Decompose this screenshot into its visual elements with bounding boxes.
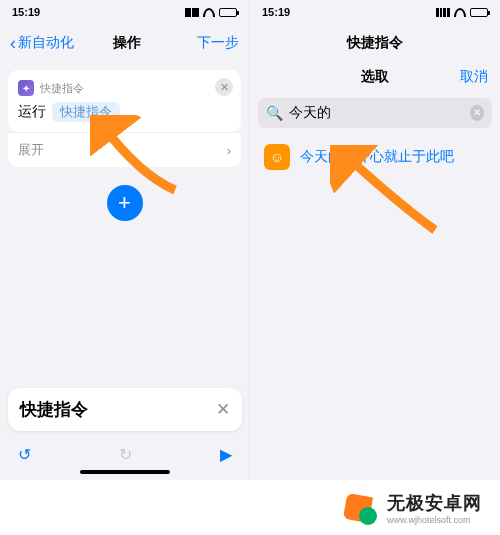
shortcut-result-icon: ☺ (264, 144, 290, 170)
nav-bar: 快捷指令 (250, 24, 500, 62)
clear-search-button[interactable]: ✕ (470, 105, 484, 121)
search-result-row[interactable]: ☺ 今天的不开心就止于此吧 (250, 134, 500, 180)
expand-label: 展开 (18, 141, 44, 159)
picker-header: 选取 取消 (250, 62, 500, 92)
home-indicator[interactable] (80, 470, 170, 474)
shortcut-param-pill[interactable]: 快捷指令 (52, 102, 120, 122)
undo-button[interactable]: ↺ (18, 445, 31, 464)
add-action-button[interactable]: + (107, 185, 143, 221)
play-button[interactable]: ▶ (220, 445, 232, 464)
card-run-label: 运行 (18, 103, 46, 121)
search-input[interactable] (289, 105, 464, 121)
phone-right: 15:19 快捷指令 选取 取消 🔍 ✕ ☺ 今天的不开心就止于此吧 (250, 0, 500, 480)
result-label: 今天的不开心就止于此吧 (300, 148, 454, 166)
status-time: 15:19 (262, 6, 290, 18)
nav-title: 快捷指令 (320, 34, 430, 52)
battery-icon (219, 8, 237, 17)
card-app-label: 快捷指令 (40, 81, 84, 96)
nav-bar: ‹ 新自动化 操作 下一步 (0, 24, 249, 62)
battery-icon (470, 8, 488, 17)
shortcut-name-label: 快捷指令 (20, 398, 88, 421)
signal-icon (185, 8, 199, 17)
watermark-url: www.wjhotelsoft.com (387, 515, 482, 525)
expand-row[interactable]: 展开 › (8, 132, 241, 167)
wifi-icon (454, 8, 466, 17)
watermark-name: 无极安卓网 (387, 491, 482, 515)
wifi-icon (203, 8, 215, 17)
nav-next-button[interactable]: 下一步 (179, 34, 239, 52)
chevron-left-icon: ‹ (10, 34, 16, 52)
signal-icon (436, 8, 450, 17)
redo-button: ↻ (119, 445, 132, 464)
remove-action-button[interactable]: ✕ (215, 78, 233, 96)
cancel-button[interactable]: 取消 (460, 68, 488, 86)
card-header: ✦ 快捷指令 (18, 80, 231, 96)
nav-title: 操作 (74, 34, 179, 52)
nav-back-button[interactable]: ‹ 新自动化 (10, 34, 74, 52)
shortcuts-app-icon: ✦ (18, 80, 34, 96)
action-card[interactable]: ✦ 快捷指令 运行 快捷指令 ✕ (8, 70, 241, 132)
status-bar: 15:19 (0, 0, 249, 24)
status-indicators (185, 8, 237, 17)
nav-next-label: 下一步 (197, 34, 239, 52)
bottom-toolbar: ↺ ↻ ▶ (0, 439, 250, 468)
close-icon[interactable]: ✕ (216, 399, 230, 420)
status-bar: 15:19 (250, 0, 500, 24)
search-bar[interactable]: 🔍 ✕ (258, 98, 492, 128)
nav-back-label: 新自动化 (18, 34, 74, 52)
search-icon: 🔍 (266, 105, 283, 121)
watermark: 无极安卓网 www.wjhotelsoft.com (0, 480, 500, 535)
watermark-logo-icon (343, 491, 377, 525)
picker-title: 选取 (361, 68, 389, 86)
status-indicators (436, 8, 488, 17)
chevron-right-icon: › (227, 143, 231, 158)
phone-left: 15:19 ‹ 新自动化 操作 下一步 ✦ 快捷指令 运行 (0, 0, 250, 480)
shortcut-name-card[interactable]: 快捷指令 ✕ (8, 388, 242, 431)
status-time: 15:19 (12, 6, 40, 18)
